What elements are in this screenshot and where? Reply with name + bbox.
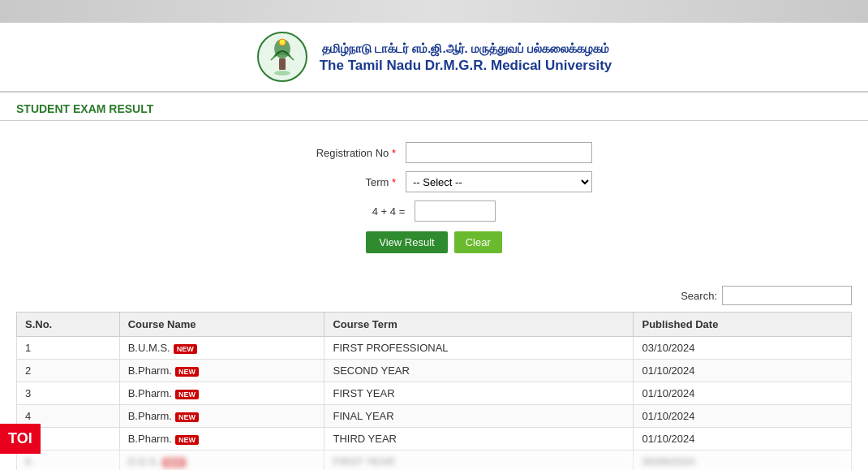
cell-term: SECOND YEAR bbox=[324, 360, 634, 382]
header-text: தமிழ்நாடு டாக்டர் எம்.ஜி.ஆர். மருத்துவப்… bbox=[320, 40, 612, 75]
new-badge: new bbox=[175, 412, 199, 422]
cell-course: B.Pharm.new bbox=[119, 360, 324, 382]
cell-date: 01/10/2024 bbox=[634, 405, 852, 428]
col-course-name: Course Name bbox=[119, 313, 324, 337]
cell-date: 01/10/2024 bbox=[634, 360, 852, 382]
table-row: 2B.Pharm.newSECOND YEAR01/10/2024 bbox=[17, 360, 852, 382]
cell-course: B.Pharm.new bbox=[119, 382, 324, 405]
new-badge: new bbox=[175, 390, 199, 399]
cell-term: FIRST YEAR bbox=[324, 382, 634, 405]
page-title: STUDENT EXAM RESULT bbox=[0, 93, 868, 120]
cell-date: 01/10/2024 bbox=[634, 382, 852, 405]
search-bar: Search: bbox=[16, 286, 852, 305]
search-label: Search: bbox=[681, 290, 717, 302]
term-select[interactable]: -- Select -- bbox=[406, 171, 592, 192]
cell-date: 30/09/2024 bbox=[634, 451, 852, 471]
cell-term: FINAL YEAR bbox=[324, 405, 634, 428]
reg-required: * bbox=[392, 147, 396, 159]
cell-course: D.D.S.new bbox=[119, 451, 324, 471]
cell-date: 03/10/2024 bbox=[634, 337, 852, 360]
university-english-name: The Tamil Nadu Dr.M.G.R. Medical Univers… bbox=[320, 58, 612, 74]
new-badge: new bbox=[162, 458, 186, 468]
svg-point-4 bbox=[279, 39, 286, 45]
captcha-label: 4 + 4 = bbox=[372, 205, 405, 218]
table-row: 1B.U.M.S.newFIRST PROFESSIONAL03/10/2024 bbox=[17, 337, 852, 360]
university-tamil-name: தமிழ்நாடு டாக்டர் எம்.ஜி.ஆர். மருத்துவப்… bbox=[320, 40, 612, 58]
table-row: 6D.D.S.newFIRST YEAR30/09/2024 bbox=[17, 451, 852, 471]
svg-rect-2 bbox=[279, 58, 286, 70]
view-result-button[interactable]: View Result bbox=[366, 231, 447, 253]
cell-course: B.Pharm.new bbox=[119, 428, 324, 451]
results-table: S.No. Course Name Course Term Published … bbox=[16, 312, 852, 470]
col-sno: S.No. bbox=[17, 313, 120, 337]
cell-sno: 3 bbox=[17, 382, 120, 405]
term-row: Term * -- Select -- bbox=[16, 171, 852, 192]
new-badge: new bbox=[175, 367, 199, 377]
search-input[interactable] bbox=[722, 286, 852, 305]
cell-sno: 2 bbox=[17, 360, 120, 382]
term-label: Term * bbox=[276, 176, 406, 188]
cell-course: B.Pharm.new bbox=[119, 405, 324, 428]
table-row: 4B.Pharm.newFINAL YEAR01/10/2024 bbox=[17, 405, 852, 428]
captcha-row: 4 + 4 = bbox=[16, 201, 852, 222]
cell-sno: 1 bbox=[17, 337, 120, 360]
svg-point-3 bbox=[274, 71, 290, 75]
table-row: 3B.Pharm.newFIRST YEAR01/10/2024 bbox=[17, 382, 852, 405]
cell-term: FIRST YEAR bbox=[324, 451, 634, 471]
form-section: Registration No * Term * -- Select -- 4 … bbox=[0, 134, 868, 286]
registration-row: Registration No * bbox=[16, 142, 852, 163]
registration-label: Registration No * bbox=[276, 147, 406, 159]
table-section: Search: S.No. Course Name Course Term Pu… bbox=[0, 286, 868, 470]
toi-badge: TOI bbox=[0, 424, 41, 454]
table-row: 5B.Pharm.newTHIRD YEAR01/10/2024 bbox=[17, 428, 852, 451]
button-row: View Result Clear bbox=[16, 231, 852, 253]
table-header: S.No. Course Name Course Term Published … bbox=[17, 313, 852, 337]
table-body: 1B.U.M.S.newFIRST PROFESSIONAL03/10/2024… bbox=[17, 337, 852, 471]
col-published-date: Published Date bbox=[634, 313, 852, 337]
table-header-row: S.No. Course Name Course Term Published … bbox=[17, 313, 852, 337]
new-badge: new bbox=[175, 435, 199, 445]
cell-course: B.U.M.S.new bbox=[119, 337, 324, 360]
clear-button[interactable]: Clear bbox=[454, 231, 502, 253]
new-badge: new bbox=[174, 344, 197, 354]
top-bar bbox=[0, 0, 868, 23]
col-course-term: Course Term bbox=[324, 313, 634, 337]
title-divider bbox=[0, 120, 868, 121]
term-required: * bbox=[392, 176, 396, 188]
cell-term: FIRST PROFESSIONAL bbox=[324, 337, 634, 360]
registration-input[interactable] bbox=[406, 142, 592, 163]
cell-date: 01/10/2024 bbox=[634, 428, 852, 451]
captcha-input[interactable] bbox=[415, 201, 496, 222]
cell-term: THIRD YEAR bbox=[324, 428, 634, 451]
university-logo bbox=[256, 31, 308, 83]
header: தமிழ்நாடு டாக்டர் எம்.ஜி.ஆர். மருத்துவப்… bbox=[0, 23, 868, 93]
